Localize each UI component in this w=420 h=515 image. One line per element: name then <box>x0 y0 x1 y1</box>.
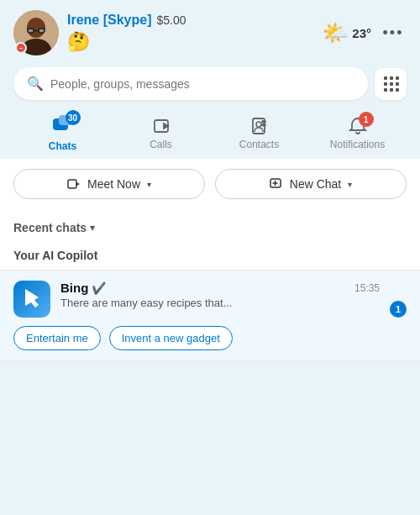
user-info: Irene [Skype] $5.00 🤔 <box>67 13 186 53</box>
bing-buttons: Entertain me Invent a new gadget <box>13 326 407 350</box>
user-name: Irene [Skype] <box>67 13 151 28</box>
action-bar: Meet Now ▾ New Chat ▾ <box>0 159 420 209</box>
calls-icon <box>152 117 171 135</box>
chats-badge: 30 <box>66 110 81 125</box>
new-chat-button[interactable]: New Chat ▾ <box>215 169 407 199</box>
chats-icon: 30 <box>52 115 74 137</box>
search-bar[interactable]: 🔍 <box>13 67 368 100</box>
svg-point-1 <box>27 18 45 38</box>
invent-gadget-button[interactable]: Invent a new gadget <box>109 326 233 350</box>
ai-copilot-title: Your AI Copilot <box>13 249 97 262</box>
bing-unread-badge: 1 <box>390 301 407 318</box>
recent-chats-title: Recent chats <box>13 221 87 234</box>
notifications-badge: 1 <box>359 112 374 127</box>
search-icon: 🔍 <box>27 76 44 92</box>
main-content: Recent chats ▾ Your AI Copilot Bing ✔️ 1… <box>0 209 420 361</box>
new-chat-icon <box>270 177 283 191</box>
grid-button[interactable] <box>375 68 407 100</box>
user-emoji: 🤔 <box>67 31 90 52</box>
search-input[interactable] <box>50 77 354 91</box>
svg-rect-3 <box>28 29 34 33</box>
calls-label: Calls <box>150 139 172 150</box>
recent-chats-chevron: ▾ <box>90 222 95 234</box>
svg-rect-12 <box>262 121 265 123</box>
header: − Irene [Skype] $5.00 🤔 🌤️ 23° ••• <box>0 0 420 62</box>
meet-now-label: Meet Now <box>87 177 140 191</box>
bing-info: Bing ✔️ 15:35 There are many easy recipe… <box>60 281 380 309</box>
search-section: 🔍 <box>0 62 420 108</box>
grid-icon <box>384 76 397 92</box>
weather-badge: 🌤️ 23° <box>322 20 371 46</box>
meet-now-button[interactable]: Meet Now ▾ <box>13 169 205 199</box>
nav-tabs: 30 Chats Calls Contacts <box>0 108 420 159</box>
weather-temp: 23° <box>352 26 371 40</box>
tab-notifications[interactable]: 1 Notifications <box>308 110 407 157</box>
ai-copilot-section: Your AI Copilot <box>0 239 420 270</box>
bing-message: There are many easy recipes that... <box>60 297 380 309</box>
header-right: 🌤️ 23° ••• <box>322 19 407 46</box>
svg-rect-14 <box>68 180 76 188</box>
svg-marker-15 <box>76 182 80 186</box>
new-chat-chevron: ▾ <box>348 180 352 189</box>
more-button[interactable]: ••• <box>380 19 407 46</box>
svg-rect-13 <box>262 124 265 126</box>
tab-chats[interactable]: 30 Chats <box>13 108 112 159</box>
recent-chats-header[interactable]: Recent chats ▾ <box>0 209 420 239</box>
entertain-me-button[interactable]: Entertain me <box>13 326 101 350</box>
notifications-label: Notifications <box>330 139 385 150</box>
tab-calls[interactable]: Calls <box>112 110 210 157</box>
notifications-icon: 1 <box>349 117 367 135</box>
new-chat-label: New Chat <box>290 177 341 191</box>
user-balance: $5.00 <box>156 13 186 27</box>
bing-time: 15:35 <box>354 282 380 294</box>
contacts-icon <box>250 117 269 135</box>
svg-rect-4 <box>39 29 45 33</box>
verified-icon: ✔️ <box>92 281 106 295</box>
status-indicator: − <box>15 42 27 54</box>
bing-name: Bing <box>60 281 88 295</box>
meet-now-chevron: ▾ <box>147 180 151 189</box>
meet-now-icon <box>67 178 81 190</box>
avatar[interactable]: − <box>13 10 59 55</box>
weather-icon: 🌤️ <box>322 20 349 46</box>
svg-point-11 <box>256 122 261 127</box>
bing-card[interactable]: Bing ✔️ 15:35 There are many easy recipe… <box>0 270 420 361</box>
tab-contacts[interactable]: Contacts <box>210 110 308 157</box>
contacts-label: Contacts <box>239 139 279 150</box>
bing-card-top: Bing ✔️ 15:35 There are many easy recipe… <box>13 281 407 318</box>
bing-logo <box>13 281 50 318</box>
chats-label: Chats <box>49 140 76 152</box>
